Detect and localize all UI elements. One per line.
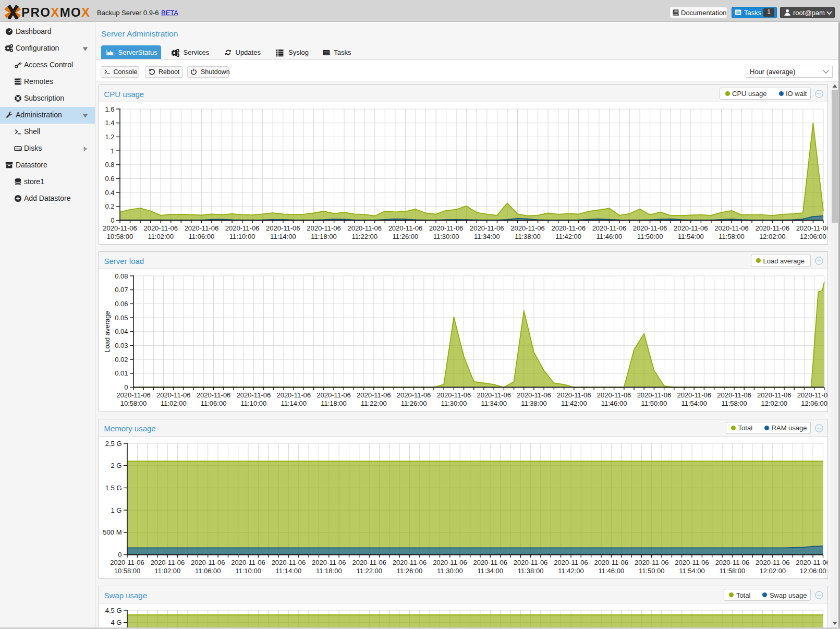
svg-text:0.4: 0.4 xyxy=(105,188,114,196)
svg-text:2020-11-06: 2020-11-06 xyxy=(675,558,709,566)
svg-text:11:26:00: 11:26:00 xyxy=(392,232,418,240)
svg-text:2020-11-06: 2020-11-06 xyxy=(103,224,137,232)
svg-text:2020-11-06: 2020-11-06 xyxy=(110,558,144,566)
svg-text:2020-11-06: 2020-11-06 xyxy=(396,391,431,399)
svg-text:1: 1 xyxy=(111,147,114,154)
svg-text:2020-11-06: 2020-11-06 xyxy=(196,391,230,399)
svg-text:11:26:00: 11:26:00 xyxy=(396,566,422,574)
svg-text:2020-11-06: 2020-11-06 xyxy=(225,224,259,232)
svg-text:2.5 G: 2.5 G xyxy=(105,439,121,447)
svg-text:11:02:00: 11:02:00 xyxy=(154,566,180,574)
svg-text:2020-11-06: 2020-11-06 xyxy=(637,391,671,399)
svg-text:11:42:00: 11:42:00 xyxy=(558,566,584,574)
svg-text:0.03: 0.03 xyxy=(115,342,128,349)
svg-text:11:34:00: 11:34:00 xyxy=(473,232,500,240)
svg-text:12:02:00: 12:02:00 xyxy=(759,566,786,574)
svg-text:2 G: 2 G xyxy=(111,462,121,469)
svg-text:11:46:00: 11:46:00 xyxy=(598,566,624,574)
svg-text:0.07: 0.07 xyxy=(115,286,128,294)
svg-text:11:34:00: 11:34:00 xyxy=(481,400,507,407)
svg-text:12:02:00: 12:02:00 xyxy=(761,400,787,407)
svg-text:2020-11-06: 2020-11-06 xyxy=(436,391,471,399)
svg-text:2020-11-06: 2020-11-06 xyxy=(510,224,545,232)
svg-text:0.01: 0.01 xyxy=(115,369,128,377)
svg-text:11:30:00: 11:30:00 xyxy=(437,566,463,574)
svg-text:11:22:00: 11:22:00 xyxy=(351,232,378,240)
svg-text:11:38:00: 11:38:00 xyxy=(521,400,547,407)
svg-text:0.06: 0.06 xyxy=(115,300,128,308)
svg-text:11:14:00: 11:14:00 xyxy=(281,400,307,407)
svg-text:11:22:00: 11:22:00 xyxy=(360,400,386,407)
svg-text:11:10:00: 11:10:00 xyxy=(235,566,261,574)
svg-text:2020-11-06: 2020-11-06 xyxy=(477,391,511,399)
svg-text:2020-11-06: 2020-11-06 xyxy=(473,558,507,566)
svg-text:11:50:00: 11:50:00 xyxy=(637,232,663,240)
svg-text:2020-11-06: 2020-11-06 xyxy=(312,558,346,566)
svg-text:2020-11-06: 2020-11-06 xyxy=(470,224,504,232)
svg-text:1 G: 1 G xyxy=(111,506,121,514)
svg-text:2020-11-06: 2020-11-06 xyxy=(271,558,306,566)
svg-text:11:58:00: 11:58:00 xyxy=(719,232,745,240)
svg-text:2020-11-06: 2020-11-06 xyxy=(352,558,386,566)
svg-text:2020-11-06: 2020-11-06 xyxy=(797,391,827,399)
svg-text:11:54:00: 11:54:00 xyxy=(679,566,705,574)
svg-text:11:58:00: 11:58:00 xyxy=(719,566,745,574)
svg-text:11:30:00: 11:30:00 xyxy=(433,232,459,240)
svg-text:11:42:00: 11:42:00 xyxy=(555,232,581,240)
svg-text:11:02:00: 11:02:00 xyxy=(148,232,174,240)
svg-text:1.2: 1.2 xyxy=(105,132,114,140)
svg-text:2020-11-06: 2020-11-06 xyxy=(554,558,588,566)
svg-text:10:58:00: 10:58:00 xyxy=(106,232,133,240)
svg-text:0.05: 0.05 xyxy=(115,314,128,322)
svg-text:11:26:00: 11:26:00 xyxy=(400,400,427,407)
svg-text:2020-11-06: 2020-11-06 xyxy=(433,558,467,566)
svg-text:2020-11-06: 2020-11-06 xyxy=(307,224,341,232)
svg-text:11:46:00: 11:46:00 xyxy=(601,400,627,407)
svg-text:0.02: 0.02 xyxy=(115,356,128,364)
svg-text:2020-11-06: 2020-11-06 xyxy=(596,391,631,399)
svg-text:11:06:00: 11:06:00 xyxy=(200,400,226,407)
svg-text:11:54:00: 11:54:00 xyxy=(681,400,707,407)
svg-text:2020-11-06: 2020-11-06 xyxy=(796,224,827,232)
svg-text:11:34:00: 11:34:00 xyxy=(477,566,503,574)
svg-text:2020-11-06: 2020-11-06 xyxy=(116,391,151,399)
svg-text:2020-11-06: 2020-11-06 xyxy=(677,391,711,399)
svg-text:2020-11-06: 2020-11-06 xyxy=(150,558,185,566)
svg-text:0.6: 0.6 xyxy=(105,174,114,182)
svg-text:11:18:00: 11:18:00 xyxy=(315,566,342,574)
svg-text:2020-11-06: 2020-11-06 xyxy=(316,391,351,399)
svg-text:2020-11-06: 2020-11-06 xyxy=(717,391,751,399)
svg-text:0: 0 xyxy=(124,383,128,391)
svg-text:11:54:00: 11:54:00 xyxy=(677,232,703,240)
svg-text:11:02:00: 11:02:00 xyxy=(160,400,186,407)
svg-text:11:50:00: 11:50:00 xyxy=(638,566,664,574)
svg-text:2020-11-06: 2020-11-06 xyxy=(551,224,586,232)
svg-text:2020-11-06: 2020-11-06 xyxy=(347,224,382,232)
svg-text:0.2: 0.2 xyxy=(105,202,114,210)
svg-text:11:46:00: 11:46:00 xyxy=(596,232,622,240)
svg-text:2020-11-06: 2020-11-06 xyxy=(592,224,626,232)
svg-text:2020-11-06: 2020-11-06 xyxy=(357,391,391,399)
svg-text:11:58:00: 11:58:00 xyxy=(721,400,747,407)
svg-text:2020-11-06: 2020-11-06 xyxy=(674,224,708,232)
svg-text:2020-11-06: 2020-11-06 xyxy=(632,224,667,232)
svg-text:11:14:00: 11:14:00 xyxy=(270,232,296,240)
svg-text:11:50:00: 11:50:00 xyxy=(641,400,667,407)
svg-text:10:58:00: 10:58:00 xyxy=(114,566,140,574)
svg-text:2020-11-06: 2020-11-06 xyxy=(757,391,792,399)
svg-text:11:10:00: 11:10:00 xyxy=(229,232,255,240)
svg-text:2020-11-06: 2020-11-06 xyxy=(517,391,551,399)
svg-text:2020-11-06: 2020-11-06 xyxy=(190,558,225,566)
svg-text:2020-11-06: 2020-11-06 xyxy=(276,391,311,399)
svg-text:2020-11-06: 2020-11-06 xyxy=(236,391,271,399)
svg-text:10:58:00: 10:58:00 xyxy=(120,400,147,407)
svg-text:11:10:00: 11:10:00 xyxy=(240,400,266,407)
svg-text:2020-11-06: 2020-11-06 xyxy=(388,224,422,232)
svg-text:2020-11-06: 2020-11-06 xyxy=(756,558,790,566)
svg-text:2020-11-06: 2020-11-06 xyxy=(184,224,218,232)
svg-text:2020-11-06: 2020-11-06 xyxy=(429,224,463,232)
svg-text:12:02:00: 12:02:00 xyxy=(759,232,785,240)
svg-text:12:06:00: 12:06:00 xyxy=(801,400,827,407)
svg-text:0: 0 xyxy=(111,216,114,224)
svg-text:11:38:00: 11:38:00 xyxy=(517,566,543,574)
